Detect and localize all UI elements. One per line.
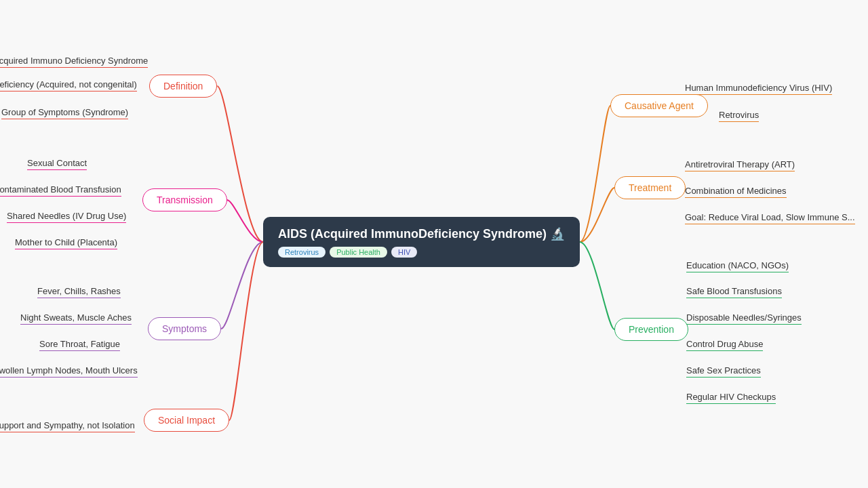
- leaf-symptoms-3: Swollen Lymph Nodes, Mouth Ulcers: [0, 365, 138, 378]
- branch-social[interactable]: Social Impact: [144, 409, 229, 432]
- leaf-causative-1: Retrovirus: [719, 110, 759, 122]
- leaf-transmission-3: Mother to Child (Placenta): [15, 237, 117, 249]
- leaf-causative-0: Human Immunodeficiency Virus (HIV): [685, 83, 832, 95]
- tag-retrovirus[interactable]: Retrovirus: [278, 247, 326, 258]
- center-node: AIDS (Acquired ImmunoDeficiency Syndrome…: [263, 217, 580, 267]
- branch-transmission[interactable]: Transmission: [142, 188, 227, 211]
- leaf-treatment-0: Antiretroviral Therapy (ART): [685, 159, 795, 171]
- leaf-transmission-2: Shared Needles (IV Drug Use): [7, 211, 126, 223]
- leaf-prevention-3: Control Drug Abuse: [686, 339, 763, 351]
- leaf-transmission-1: Contaminated Blood Transfusion: [0, 184, 121, 197]
- leaf-definition-1: Deficiency (Acquired, not congenital): [0, 79, 137, 92]
- leaf-prevention-2: Disposable Needles/Syringes: [686, 312, 802, 325]
- leaf-prevention-4: Safe Sex Practices: [686, 365, 761, 378]
- leaf-symptoms-0: Fever, Chills, Rashes: [37, 286, 121, 298]
- tag-hiv[interactable]: HIV: [391, 247, 417, 258]
- branch-causative[interactable]: Causative Agent: [610, 94, 708, 117]
- branch-treatment[interactable]: Treatment: [614, 176, 686, 199]
- leaf-definition-2: Group of Symptoms (Syndrome): [1, 107, 128, 119]
- leaf-prevention-1: Safe Blood Transfusions: [686, 286, 782, 298]
- branch-symptoms[interactable]: Symptoms: [148, 317, 221, 340]
- branch-definition[interactable]: Definition: [149, 75, 217, 98]
- center-title: AIDS (Acquired ImmunoDeficiency Syndrome…: [278, 226, 565, 241]
- leaf-definition-0: Acquired Immuno Deficiency Syndrome: [0, 56, 148, 68]
- leaf-prevention-5: Regular HIV Checkups: [686, 392, 776, 404]
- leaf-symptoms-1: Night Sweats, Muscle Aches: [20, 312, 132, 325]
- leaf-symptoms-2: Sore Throat, Fatigue: [39, 339, 120, 351]
- branch-prevention[interactable]: Prevention: [614, 318, 688, 341]
- leaf-treatment-1: Combination of Medicines: [685, 186, 787, 198]
- leaf-transmission-0: Sexual Contact: [27, 158, 87, 170]
- leaf-prevention-0: Education (NACO, NGOs): [686, 260, 789, 272]
- leaf-social-0: Support and Sympathy, not Isolation: [0, 420, 135, 432]
- tag-publichealth[interactable]: Public Health: [330, 247, 387, 258]
- leaf-treatment-2: Goal: Reduce Viral Load, Slow Immune S..…: [685, 212, 855, 224]
